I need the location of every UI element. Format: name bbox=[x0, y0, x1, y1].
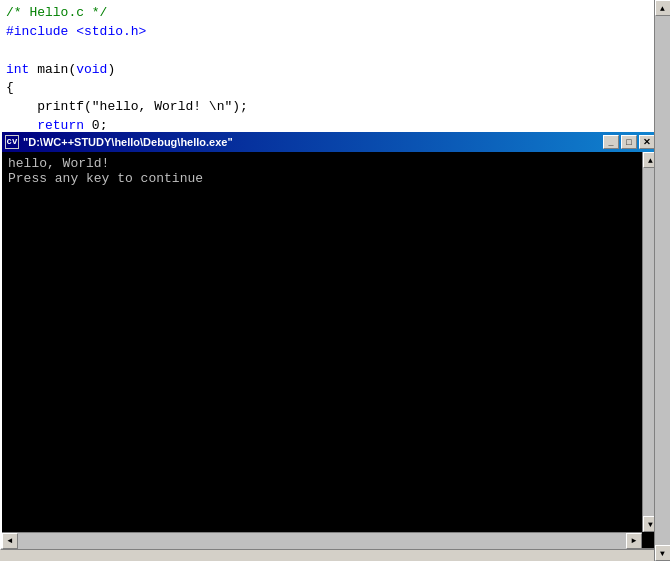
code-line-2: #include <stdio.h> bbox=[6, 23, 664, 42]
code-line-5: { bbox=[6, 79, 664, 98]
code-line-6: printf("hello, World! \n"); bbox=[6, 98, 664, 117]
maximize-button[interactable]: □ bbox=[621, 135, 637, 149]
window-scroll-down-arrow[interactable]: ▼ bbox=[655, 545, 671, 561]
console-window-controls: _ □ ✕ bbox=[603, 135, 655, 149]
code-line-4: int main(void) bbox=[6, 61, 664, 80]
code-line-7: return 0; bbox=[6, 117, 664, 130]
console-titlebar: cv "D:\WC++STUDY\hello\Debug\hello.exe" … bbox=[2, 132, 658, 152]
console-title-text: "D:\WC++STUDY\hello\Debug\hello.exe" bbox=[23, 136, 233, 148]
window-scroll-up-arrow[interactable]: ▲ bbox=[655, 0, 671, 16]
close-button[interactable]: ✕ bbox=[639, 135, 655, 149]
code-line-3 bbox=[6, 42, 664, 61]
minimize-button[interactable]: _ bbox=[603, 135, 619, 149]
console-window: cv "D:\WC++STUDY\hello\Debug\hello.exe" … bbox=[0, 130, 660, 550]
window-scroll-track[interactable] bbox=[655, 16, 671, 545]
code-editor: /* Hello.c */ #include <stdio.h> int mai… bbox=[0, 0, 670, 130]
console-output-line2: Press any key to continue bbox=[8, 171, 652, 186]
console-title-left: cv "D:\WC++STUDY\hello\Debug\hello.exe" bbox=[5, 135, 233, 149]
console-app-icon: cv bbox=[5, 135, 19, 149]
console-output-line1: hello, World! bbox=[8, 156, 652, 171]
console-horizontal-scrollbar[interactable]: ◄ ► bbox=[2, 532, 642, 548]
console-output: hello, World! Press any key to continue bbox=[2, 152, 658, 548]
code-line-1: /* Hello.c */ bbox=[6, 4, 664, 23]
scroll-left-arrow[interactable]: ◄ bbox=[2, 533, 18, 549]
window-vertical-scrollbar[interactable]: ▲ ▼ bbox=[654, 0, 670, 561]
scroll-track-horizontal[interactable] bbox=[18, 533, 626, 549]
scroll-right-arrow[interactable]: ► bbox=[626, 533, 642, 549]
